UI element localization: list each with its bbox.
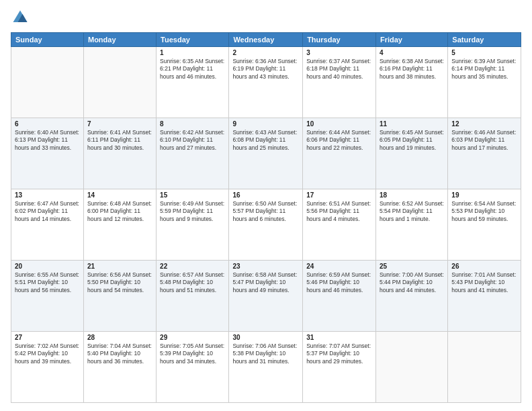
day-number: 21 <box>87 263 152 270</box>
weekday-header-row: SundayMondayTuesdayWednesdayThursdayFrid… <box>11 33 521 47</box>
day-info: Sunrise: 6:56 AM Sunset: 5:50 PM Dayligh… <box>87 271 152 294</box>
day-info: Sunrise: 6:54 AM Sunset: 5:53 PM Dayligh… <box>451 200 517 223</box>
day-number: 19 <box>451 191 517 199</box>
day-info: Sunrise: 7:06 AM Sunset: 5:38 PM Dayligh… <box>232 342 299 365</box>
day-number: 27 <box>15 334 80 341</box>
calendar-cell: 25Sunrise: 7:00 AM Sunset: 5:44 PM Dayli… <box>375 261 447 332</box>
day-number: 23 <box>232 263 299 270</box>
day-number: 11 <box>380 120 444 128</box>
day-info: Sunrise: 7:01 AM Sunset: 5:43 PM Dayligh… <box>451 271 517 294</box>
day-number: 13 <box>15 191 80 199</box>
calendar-cell: 2Sunrise: 6:36 AM Sunset: 6:19 PM Daylig… <box>229 47 303 118</box>
day-number: 2 <box>232 49 299 56</box>
calendar-cell: 31Sunrise: 7:07 AM Sunset: 5:37 PM Dayli… <box>303 332 376 403</box>
day-info: Sunrise: 6:40 AM Sunset: 6:13 PM Dayligh… <box>15 129 80 152</box>
calendar-cell: 26Sunrise: 7:01 AM Sunset: 5:43 PM Dayli… <box>448 261 521 332</box>
calendar-cell: 27Sunrise: 7:02 AM Sunset: 5:42 PM Dayli… <box>11 332 84 403</box>
day-number: 22 <box>160 263 225 270</box>
day-info: Sunrise: 6:42 AM Sunset: 6:10 PM Dayligh… <box>160 129 225 152</box>
day-number: 31 <box>306 334 372 341</box>
calendar-cell: 4Sunrise: 6:38 AM Sunset: 6:16 PM Daylig… <box>375 47 447 118</box>
weekday-header-wednesday: Wednesday <box>229 33 303 47</box>
week-row-4: 20Sunrise: 6:55 AM Sunset: 5:51 PM Dayli… <box>11 261 521 332</box>
day-number: 9 <box>232 120 299 128</box>
calendar-cell: 15Sunrise: 6:49 AM Sunset: 5:59 PM Dayli… <box>157 189 229 261</box>
calendar-cell <box>375 332 447 403</box>
header <box>11 8 521 27</box>
day-info: Sunrise: 6:46 AM Sunset: 6:03 PM Dayligh… <box>451 129 517 152</box>
day-info: Sunrise: 6:39 AM Sunset: 6:14 PM Dayligh… <box>451 58 517 81</box>
calendar-cell: 12Sunrise: 6:46 AM Sunset: 6:03 PM Dayli… <box>448 118 521 189</box>
day-number: 5 <box>451 49 517 56</box>
weekday-header-tuesday: Tuesday <box>157 33 229 47</box>
week-row-5: 27Sunrise: 7:02 AM Sunset: 5:42 PM Dayli… <box>11 332 521 403</box>
day-number: 12 <box>451 120 517 128</box>
day-info: Sunrise: 7:05 AM Sunset: 5:39 PM Dayligh… <box>160 342 225 365</box>
day-number: 7 <box>87 120 152 128</box>
calendar-cell: 23Sunrise: 6:58 AM Sunset: 5:47 PM Dayli… <box>229 261 303 332</box>
day-number: 30 <box>232 334 299 341</box>
weekday-header-friday: Friday <box>375 33 447 47</box>
day-number: 15 <box>160 191 225 199</box>
calendar-cell: 3Sunrise: 6:37 AM Sunset: 6:18 PM Daylig… <box>303 47 376 118</box>
calendar: SundayMondayTuesdayWednesdayThursdayFrid… <box>11 32 521 403</box>
day-info: Sunrise: 6:35 AM Sunset: 6:21 PM Dayligh… <box>160 58 225 81</box>
day-number: 10 <box>306 120 372 128</box>
calendar-cell: 8Sunrise: 6:42 AM Sunset: 6:10 PM Daylig… <box>157 118 229 189</box>
calendar-cell: 10Sunrise: 6:44 AM Sunset: 6:06 PM Dayli… <box>303 118 376 189</box>
day-info: Sunrise: 6:38 AM Sunset: 6:16 PM Dayligh… <box>380 58 444 81</box>
calendar-cell: 14Sunrise: 6:48 AM Sunset: 6:00 PM Dayli… <box>83 189 156 261</box>
day-info: Sunrise: 7:07 AM Sunset: 5:37 PM Dayligh… <box>306 342 372 365</box>
day-number: 28 <box>87 334 152 341</box>
logo-icon <box>11 8 30 27</box>
calendar-cell <box>448 332 521 403</box>
week-row-2: 6Sunrise: 6:40 AM Sunset: 6:13 PM Daylig… <box>11 118 521 189</box>
day-info: Sunrise: 6:50 AM Sunset: 5:57 PM Dayligh… <box>232 200 299 223</box>
day-info: Sunrise: 7:04 AM Sunset: 5:40 PM Dayligh… <box>87 342 152 365</box>
day-info: Sunrise: 6:41 AM Sunset: 6:11 PM Dayligh… <box>87 129 152 152</box>
calendar-table: SundayMondayTuesdayWednesdayThursdayFrid… <box>11 32 521 403</box>
day-number: 14 <box>87 191 152 199</box>
calendar-cell <box>83 47 156 118</box>
calendar-cell: 11Sunrise: 6:45 AM Sunset: 6:05 PM Dayli… <box>375 118 447 189</box>
day-info: Sunrise: 6:55 AM Sunset: 5:51 PM Dayligh… <box>15 271 80 294</box>
day-info: Sunrise: 6:51 AM Sunset: 5:56 PM Dayligh… <box>306 200 372 223</box>
weekday-header-thursday: Thursday <box>303 33 376 47</box>
calendar-cell: 22Sunrise: 6:57 AM Sunset: 5:48 PM Dayli… <box>157 261 229 332</box>
day-info: Sunrise: 6:59 AM Sunset: 5:46 PM Dayligh… <box>306 271 372 294</box>
day-number: 18 <box>380 191 444 199</box>
calendar-cell: 6Sunrise: 6:40 AM Sunset: 6:13 PM Daylig… <box>11 118 84 189</box>
day-number: 1 <box>160 49 225 56</box>
weekday-header-sunday: Sunday <box>11 33 84 47</box>
day-number: 17 <box>306 191 372 199</box>
page: SundayMondayTuesdayWednesdayThursdayFrid… <box>0 0 532 411</box>
calendar-cell: 21Sunrise: 6:56 AM Sunset: 5:50 PM Dayli… <box>83 261 156 332</box>
day-info: Sunrise: 7:02 AM Sunset: 5:42 PM Dayligh… <box>15 342 80 365</box>
calendar-cell: 9Sunrise: 6:43 AM Sunset: 6:08 PM Daylig… <box>229 118 303 189</box>
day-number: 20 <box>15 263 80 270</box>
calendar-cell: 17Sunrise: 6:51 AM Sunset: 5:56 PM Dayli… <box>303 189 376 261</box>
calendar-cell: 5Sunrise: 6:39 AM Sunset: 6:14 PM Daylig… <box>448 47 521 118</box>
calendar-cell: 20Sunrise: 6:55 AM Sunset: 5:51 PM Dayli… <box>11 261 84 332</box>
week-row-3: 13Sunrise: 6:47 AM Sunset: 6:02 PM Dayli… <box>11 189 521 261</box>
week-row-1: 1Sunrise: 6:35 AM Sunset: 6:21 PM Daylig… <box>11 47 521 118</box>
day-info: Sunrise: 6:36 AM Sunset: 6:19 PM Dayligh… <box>232 58 299 81</box>
calendar-cell <box>11 47 84 118</box>
day-info: Sunrise: 7:00 AM Sunset: 5:44 PM Dayligh… <box>380 271 444 294</box>
day-number: 25 <box>380 263 444 270</box>
day-info: Sunrise: 6:57 AM Sunset: 5:48 PM Dayligh… <box>160 271 225 294</box>
logo <box>11 8 32 27</box>
calendar-cell: 29Sunrise: 7:05 AM Sunset: 5:39 PM Dayli… <box>157 332 229 403</box>
day-info: Sunrise: 6:44 AM Sunset: 6:06 PM Dayligh… <box>306 129 372 152</box>
weekday-header-monday: Monday <box>83 33 156 47</box>
day-info: Sunrise: 6:49 AM Sunset: 5:59 PM Dayligh… <box>160 200 225 223</box>
day-number: 3 <box>306 49 372 56</box>
calendar-cell: 7Sunrise: 6:41 AM Sunset: 6:11 PM Daylig… <box>83 118 156 189</box>
day-info: Sunrise: 6:58 AM Sunset: 5:47 PM Dayligh… <box>232 271 299 294</box>
day-number: 16 <box>232 191 299 199</box>
day-number: 24 <box>306 263 372 270</box>
day-number: 29 <box>160 334 225 341</box>
day-info: Sunrise: 6:37 AM Sunset: 6:18 PM Dayligh… <box>306 58 372 81</box>
day-info: Sunrise: 6:43 AM Sunset: 6:08 PM Dayligh… <box>232 129 299 152</box>
calendar-cell: 1Sunrise: 6:35 AM Sunset: 6:21 PM Daylig… <box>157 47 229 118</box>
